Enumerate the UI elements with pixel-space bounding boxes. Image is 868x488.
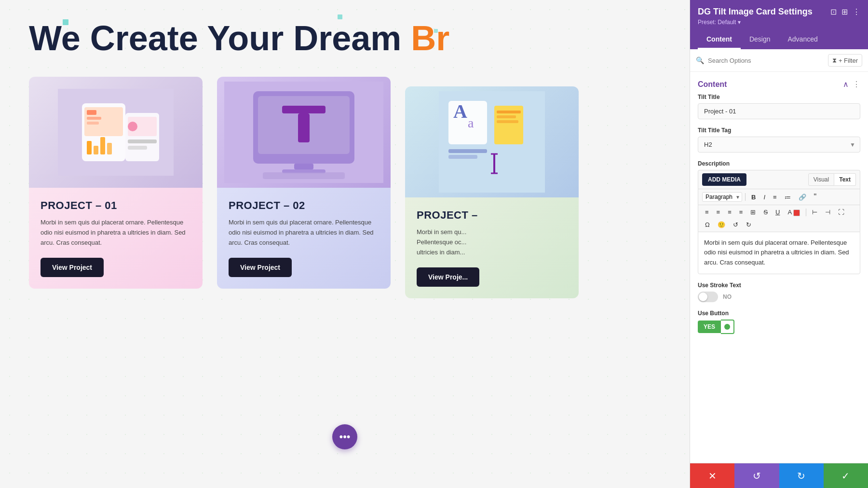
toggle-thumb (699, 293, 707, 301)
justify-button[interactable]: ≡ (736, 207, 746, 217)
card-3-desc: Morbi in sem qu...Pellentesque oc...ultr… (417, 227, 567, 257)
svg-rect-14 (128, 146, 147, 150)
ordered-list-button[interactable]: ≔ (782, 192, 794, 202)
cards-row: PROJECT – 01 Morbi in sem quis dui place… (29, 77, 661, 288)
cancel-icon: ✕ (708, 470, 717, 482)
align-left-button[interactable]: ≡ (702, 207, 712, 217)
yes-toggle-thumb[interactable] (721, 320, 734, 334)
card-1-desc: Morbi in sem quis dui placerat ornare. P… (41, 218, 191, 248)
unordered-list-button[interactable]: ≡ (770, 192, 780, 202)
text-color-button[interactable]: A (785, 207, 803, 218)
svg-rect-30 (497, 111, 521, 113)
canvas-area: We Create Your Dream Br (0, 0, 690, 488)
svg-rect-3 (87, 110, 96, 115)
tab-content[interactable]: Content (698, 30, 741, 49)
cancel-button[interactable]: ✕ (690, 463, 734, 488)
stroke-toggle-row: NO (698, 292, 860, 302)
strikethrough-button[interactable]: S (760, 207, 771, 217)
description-editor[interactable]: Morbi in sem quis dui placerat ornare. P… (698, 232, 860, 274)
color-swatch (793, 209, 800, 216)
card-1-illustration (58, 89, 174, 176)
svg-rect-8 (100, 137, 105, 154)
svg-rect-13 (128, 139, 157, 143)
use-stroke-text-field: Use Stroke Text NO (698, 282, 860, 302)
toolbar-separator (745, 193, 746, 201)
search-icon: 🔍 (696, 56, 704, 64)
section-collapse-icon[interactable]: ∧ (843, 80, 849, 89)
visual-text-tabs: Visual Text (808, 173, 856, 186)
expand-icon[interactable]: ⊞ (841, 7, 848, 16)
toolbar-separator-2 (806, 209, 806, 216)
fullscreen-button[interactable]: ⛶ (835, 207, 847, 217)
filter-button[interactable]: ⧗ + Filter (828, 54, 862, 67)
section-options-icon[interactable]: ⋮ (853, 80, 860, 89)
yes-button[interactable]: YES (698, 321, 721, 333)
italic-button[interactable]: I (760, 192, 768, 202)
card-1-title: PROJECT – 01 (41, 199, 191, 212)
blockquote-button[interactable]: " (811, 191, 820, 203)
dots-icon: ••• (339, 431, 350, 443)
tilt-title-input[interactable] (698, 103, 860, 119)
use-button-field: Use Button YES (698, 310, 860, 334)
more-icon[interactable]: ⋮ (853, 7, 860, 16)
tab-text[interactable]: Text (834, 173, 856, 186)
button-toggle-row: YES (698, 320, 860, 334)
align-center-button[interactable]: ≡ (714, 207, 723, 217)
desc-toolbar-row1: ADD MEDIA Visual Text (698, 170, 860, 189)
redo-icon: ↻ (797, 470, 805, 482)
card-1-btn[interactable]: View Project (41, 258, 104, 277)
search-input[interactable] (708, 57, 824, 64)
paragraph-select[interactable]: Paragraph Heading 1 Heading 2 (702, 192, 742, 202)
card-1: PROJECT – 01 Morbi in sem quis dui place… (29, 77, 203, 288)
redo-button[interactable]: ↻ (779, 463, 824, 488)
underline-button[interactable]: U (773, 207, 783, 217)
floating-action-button[interactable]: ••• (332, 424, 357, 449)
panel-title: DG Tilt Image Card Settings (698, 7, 813, 17)
outdent-button[interactable]: ⊣ (822, 207, 833, 217)
undo-button[interactable]: ↺ (734, 463, 779, 488)
tilt-title-tag-label: Tilt Title Tag (698, 127, 860, 134)
link-button[interactable]: 🔗 (796, 192, 809, 202)
emoji-button[interactable]: 🙂 (715, 220, 728, 230)
card-3-image: A a (405, 86, 579, 197)
card-2-btn[interactable]: View Project (229, 258, 292, 277)
tab-advanced[interactable]: Advanced (779, 30, 826, 49)
headline: We Create Your Dream Br (29, 19, 661, 57)
tilt-title-tag-field: Tilt Title Tag H1 H2 H3 H4 H5 H6 p span … (698, 127, 860, 153)
use-button-label: Use Button (698, 310, 860, 317)
panel-tabs: Content Design Advanced (698, 30, 860, 49)
svg-rect-7 (94, 146, 98, 154)
content-section-header: Content ∧ ⋮ (698, 72, 860, 94)
stroke-toggle[interactable] (698, 292, 718, 302)
redo-editor-button[interactable]: ↻ (743, 220, 754, 230)
svg-rect-5 (87, 122, 99, 125)
tilt-title-tag-select[interactable]: H1 H2 H3 H4 H5 H6 p span div (698, 137, 860, 153)
table-button[interactable]: ⊞ (747, 207, 759, 217)
focus-icon[interactable]: ⊡ (830, 7, 837, 16)
svg-rect-20 (294, 164, 313, 169)
panel-header: DG Tilt Image Card Settings ⊡ ⊞ ⋮ Preset… (690, 0, 868, 49)
panel-header-icons: ⊡ ⊞ ⋮ (830, 7, 860, 16)
undo-icon: ↺ (753, 470, 761, 482)
svg-rect-18 (282, 106, 326, 113)
tab-visual[interactable]: Visual (808, 173, 834, 186)
special-char-button[interactable]: Ω (702, 220, 713, 230)
bold-button[interactable]: B (748, 192, 759, 202)
svg-point-12 (128, 122, 137, 131)
settings-panel: DG Tilt Image Card Settings ⊡ ⊞ ⋮ Preset… (690, 0, 868, 488)
panel-preset[interactable]: Preset: Default ▾ (698, 19, 860, 26)
svg-rect-27 (448, 149, 487, 153)
card-3: A a PR (405, 86, 579, 298)
align-right-button[interactable]: ≡ (725, 207, 734, 217)
confirm-button[interactable]: ✓ (824, 463, 868, 488)
tab-design[interactable]: Design (741, 30, 779, 49)
indent-button[interactable]: ⊢ (809, 207, 820, 217)
svg-text:A: A (453, 100, 467, 122)
description-label: Description (698, 160, 860, 167)
svg-rect-28 (448, 155, 477, 159)
card-2-illustration (224, 82, 383, 183)
add-media-button[interactable]: ADD MEDIA (702, 173, 746, 186)
stroke-toggle-label: NO (723, 293, 732, 300)
card-3-btn[interactable]: View Proje... (417, 267, 479, 287)
undo-editor-button[interactable]: ↺ (730, 220, 741, 230)
